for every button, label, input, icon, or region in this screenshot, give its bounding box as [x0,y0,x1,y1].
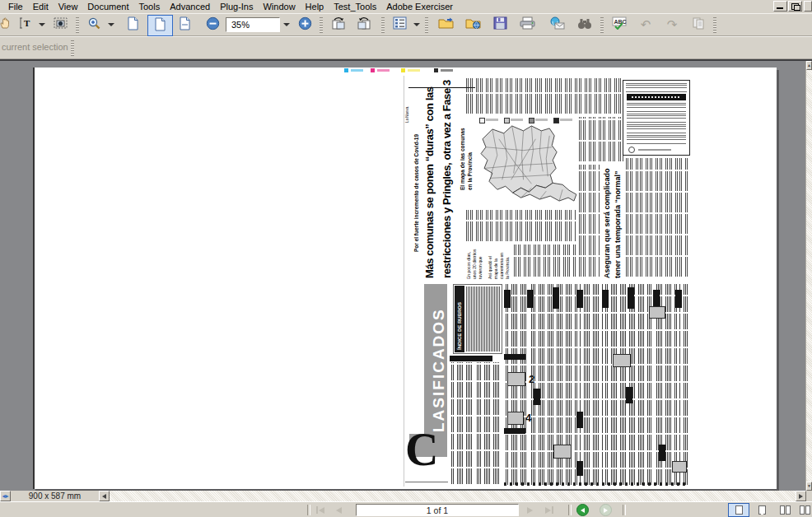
last-page-button[interactable] [545,504,553,516]
zoom-tool-button[interactable] [83,15,105,35]
last-page-icon [545,507,551,514]
zoom-tool-dropdown[interactable] [106,15,115,35]
search-button[interactable] [573,15,596,35]
snapshot-tool-button[interactable] [49,15,72,35]
menu-test-tools[interactable]: Test_Tools [329,2,381,12]
fit-width-button[interactable] [174,15,196,35]
previous-page-icon [336,507,342,514]
open-web-page-button[interactable] [461,15,484,35]
fit-page-button[interactable] [147,15,173,36]
hand-tool-button[interactable] [0,15,12,35]
fit-page-icon [154,17,166,35]
scroll-left-icon [102,494,106,499]
chevron-down-icon [413,23,420,26]
facing-icon-right [786,505,791,515]
statusbar-separator [307,505,310,515]
menu-plugins[interactable]: Plug-Ins [215,2,258,12]
rotate-counterclockwise-button[interactable] [352,15,376,35]
lead-line: unos 20 distritos [472,245,478,279]
text-select-dropdown[interactable] [37,15,46,35]
print-button[interactable] [516,15,539,35]
navigation-tabs-button[interactable] [389,15,411,35]
printer-icon [520,16,535,33]
toolbar-grip[interactable] [425,17,428,33]
undo-button[interactable]: ↶ [634,15,657,35]
menu-adobe-exerciser[interactable]: Adobe Exerciser [381,2,458,12]
list-icon [393,16,407,33]
classified-photo-label: 4 [525,412,531,424]
restore-button[interactable] [788,1,802,12]
scroll-right-button[interactable] [796,491,806,501]
menu-tools[interactable]: Tools [134,2,166,12]
minimize-button[interactable] [773,1,787,12]
toolbar-grip[interactable] [320,17,323,33]
vertical-scrollbar[interactable]: ▲ ▼ [805,61,812,491]
chevron-down-icon [108,23,114,26]
scroll-left-button[interactable] [99,491,110,501]
toolbar-grip[interactable] [71,40,74,56]
current-selection-label[interactable]: current selection [2,42,68,52]
next-view-button[interactable] [600,504,612,516]
text-select-tool-button[interactable]: T [15,15,36,35]
zoom-in-button[interactable] [295,15,315,35]
single-page-layout-button[interactable] [728,503,749,517]
lead-paragraph-col1: En pocos días, unos 20 distritos tuviero… [466,245,483,279]
body-text-block [514,245,576,278]
toolbar-grip[interactable] [600,17,604,33]
menu-help[interactable]: Help [301,2,329,12]
continuous-facing-layout-button[interactable] [797,503,812,517]
horizontal-scrollbar-track[interactable] [110,491,796,501]
rotate-clockwise-button[interactable] [327,15,350,35]
magnifier-icon [87,16,101,34]
menu-edit[interactable]: Edit [28,2,54,12]
save-button[interactable] [488,15,511,35]
facing-layout-button[interactable] [774,503,796,517]
menu-view[interactable]: View [54,2,83,12]
previous-page-button[interactable] [336,504,342,516]
copy-button[interactable] [687,15,710,35]
rotate-counterclockwise-icon [357,16,371,33]
svg-text:T: T [24,18,30,28]
scrollbar-corner [806,491,812,501]
section-header-bar [659,445,665,461]
page-number-input[interactable]: 1 of 1 [356,504,519,516]
zoom-out-icon [206,16,220,34]
actual-size-button[interactable] [122,15,144,35]
zoom-out-button[interactable] [203,15,222,35]
banner-caption-text [405,480,448,482]
email-button[interactable] [545,15,568,35]
scroll-up-icon[interactable]: ▲ [806,61,812,70]
continuous-layout-button[interactable] [751,503,772,517]
toolbar-grip[interactable] [381,17,385,33]
notice-header-text [632,96,681,98]
close-button[interactable] [804,1,812,12]
classifieds-banner-text: LASIFICADOS [427,287,451,432]
toolbar-grip[interactable] [713,17,716,33]
zoom-level-input[interactable]: 35% [226,17,280,32]
menu-advanced[interactable]: Advanced [165,2,215,12]
page-fold-line [404,76,404,487]
previous-view-button[interactable] [576,504,589,516]
toolbar-main: T 35% ABC ↶ ↷ [0,13,812,36]
document-pane[interactable]: La Nueva. Por el fuerte incremento de ca… [0,59,812,491]
save-floppy-icon [493,16,507,33]
first-page-button[interactable] [316,504,324,516]
body-text-block [466,210,576,243]
statusbar-separator [568,505,572,515]
page-icon [127,16,139,34]
next-page-button[interactable] [527,504,533,516]
registration-mark-yellow [401,68,405,72]
toolbar-grip[interactable] [76,17,79,33]
menu-file[interactable]: File [3,2,28,12]
classified-photo [672,461,687,473]
classifieds-initial: C [405,428,438,472]
menu-window[interactable]: Window [258,2,300,12]
navigation-tabs-dropdown[interactable] [412,15,421,35]
open-button[interactable] [434,15,457,35]
redo-button[interactable]: ↷ [660,15,684,35]
menu-document[interactable]: Document [82,2,133,12]
zoom-level-dropdown[interactable] [281,15,292,35]
pane-splitter-button[interactable]: ◂▸ [0,491,11,501]
spellcheck-button[interactable]: ABC [608,15,631,35]
scroll-down-icon[interactable]: ▼ [806,482,812,491]
